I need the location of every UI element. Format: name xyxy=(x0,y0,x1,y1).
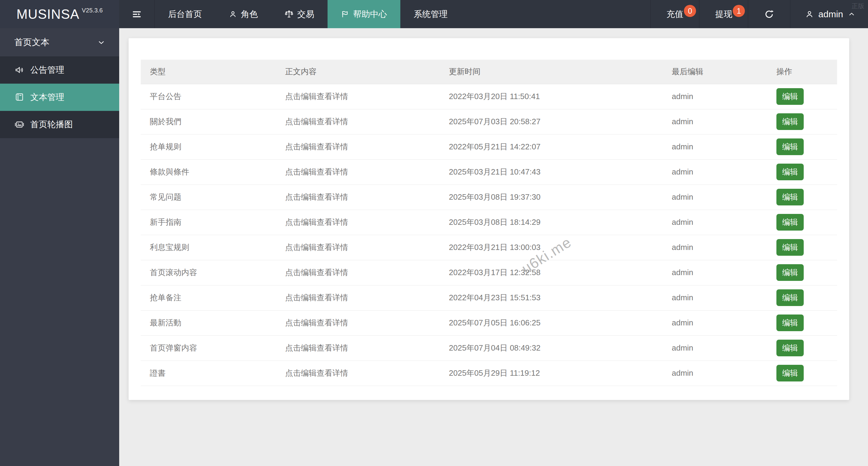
table-row: 抢单备注 点击编辑查看详情 2022年04月23日 15:51:53 admin… xyxy=(141,285,837,310)
sidebar-item-label: 首页轮播图 xyxy=(30,119,73,130)
cell-time: 2022年03月21日 13:00:03 xyxy=(440,235,663,260)
content-card: 类型 正文内容 更新时间 最后编辑 操作 平台公告 点击编辑查看详情 2022年… xyxy=(129,38,849,400)
sidebar-group-label: 首页文本 xyxy=(14,36,50,48)
cell-type: 首页弹窗内容 xyxy=(141,335,276,361)
cell-action: 编辑 xyxy=(767,185,837,210)
nav-item-dashboard[interactable]: 后台首页 xyxy=(155,0,215,28)
nav-item-roles[interactable]: 角色 xyxy=(215,0,271,28)
cell-action: 编辑 xyxy=(767,285,837,310)
cell-action: 编辑 xyxy=(767,109,837,134)
nav-item-label: 系统管理 xyxy=(414,8,448,20)
nav-item-label: 角色 xyxy=(241,8,258,20)
cell-action: 编辑 xyxy=(767,235,837,260)
sidebar-item-announcement[interactable]: 公告管理 xyxy=(0,56,119,84)
edit-button[interactable]: 编辑 xyxy=(776,365,804,381)
nav-item-label: 帮助中心 xyxy=(353,8,387,20)
cell-time: 2025年07月04日 08:49:32 xyxy=(440,335,663,361)
cell-time: 2025年03月21日 10:47:43 xyxy=(440,159,663,185)
refresh-button[interactable] xyxy=(748,0,790,28)
edit-button[interactable]: 编辑 xyxy=(776,113,804,130)
withdraw-button[interactable]: 提现 1 xyxy=(699,0,748,28)
edit-button[interactable]: 编辑 xyxy=(776,88,804,105)
cell-action: 编辑 xyxy=(767,361,837,386)
cell-editor: admin xyxy=(663,335,767,361)
carousel-icon xyxy=(14,120,24,129)
sidebar-item-text-manage[interactable]: 文本管理 xyxy=(0,84,119,111)
cell-time: 2022年04月23日 15:51:53 xyxy=(440,285,663,310)
edit-button[interactable]: 编辑 xyxy=(776,138,804,155)
nav-item-help-center[interactable]: 帮助中心 xyxy=(328,0,400,28)
text-manage-table: 类型 正文内容 更新时间 最后编辑 操作 平台公告 点击编辑查看详情 2022年… xyxy=(141,60,837,386)
refresh-icon xyxy=(764,9,774,20)
cell-editor: admin xyxy=(663,235,767,260)
nav-item-system[interactable]: 系统管理 xyxy=(400,0,461,28)
cell-content: 点击编辑查看详情 xyxy=(276,159,440,185)
main-content: 类型 正文内容 更新时间 最后编辑 操作 平台公告 点击编辑查看详情 2022年… xyxy=(119,28,868,466)
cell-type: 首页滚动内容 xyxy=(141,260,276,285)
cell-editor: admin xyxy=(663,260,767,285)
column-header-editor: 最后编辑 xyxy=(663,60,767,84)
cell-editor: admin xyxy=(663,134,767,159)
cell-action: 编辑 xyxy=(767,260,837,285)
cell-editor: admin xyxy=(663,109,767,134)
username: admin xyxy=(818,9,843,20)
header-spacer xyxy=(461,0,650,28)
edit-button[interactable]: 编辑 xyxy=(776,214,804,231)
sidebar-collapse-button[interactable] xyxy=(119,0,155,28)
recharge-label: 充值 xyxy=(666,8,683,20)
cell-type: 抢单备注 xyxy=(141,285,276,310)
edit-button[interactable]: 编辑 xyxy=(776,239,804,256)
edit-button[interactable]: 编辑 xyxy=(776,289,804,306)
cell-editor: admin xyxy=(663,285,767,310)
sidebar-group-home-text[interactable]: 首页文本 xyxy=(0,28,119,56)
table-row: 首页滚动内容 点击编辑查看详情 2022年03月17日 12:32:58 adm… xyxy=(141,260,837,285)
cell-content: 点击编辑查看详情 xyxy=(276,185,440,210)
nav-item-label: 后台首页 xyxy=(168,8,202,20)
cell-time: 2025年07月05日 16:06:25 xyxy=(440,310,663,335)
cell-content: 点击编辑查看详情 xyxy=(276,84,440,109)
cell-time: 2025年07月03日 20:58:27 xyxy=(440,109,663,134)
speaker-icon xyxy=(14,65,24,75)
cell-time: 2022年05月21日 14:22:07 xyxy=(440,134,663,159)
column-header-content: 正文内容 xyxy=(276,60,440,84)
edit-button[interactable]: 编辑 xyxy=(776,340,804,356)
column-header-type: 类型 xyxy=(141,60,276,84)
cell-content: 点击编辑查看详情 xyxy=(276,285,440,310)
cell-content: 点击编辑查看详情 xyxy=(276,260,440,285)
cell-type: 抢单规则 xyxy=(141,134,276,159)
recharge-button[interactable]: 充值 0 xyxy=(650,0,699,28)
cell-editor: admin xyxy=(663,361,767,386)
cell-type: 平台公告 xyxy=(141,84,276,109)
cell-action: 编辑 xyxy=(767,134,837,159)
sidebar-item-carousel[interactable]: 首页轮播图 xyxy=(0,111,119,138)
edit-button[interactable]: 编辑 xyxy=(776,164,804,180)
cell-action: 编辑 xyxy=(767,210,837,235)
withdraw-badge: 1 xyxy=(733,5,745,17)
nav-item-trade[interactable]: 交易 xyxy=(271,0,328,28)
cell-type: 條款與條件 xyxy=(141,159,276,185)
edit-button[interactable]: 编辑 xyxy=(776,314,804,331)
table-row: 平台公告 点击编辑查看详情 2022年03月20日 11:50:41 admin… xyxy=(141,84,837,109)
sidebar-item-label: 文本管理 xyxy=(30,92,64,103)
edit-button[interactable]: 编辑 xyxy=(776,264,804,281)
cell-type: 最新活動 xyxy=(141,310,276,335)
table-row: 新手指南 点击编辑查看详情 2025年03月08日 18:14:29 admin… xyxy=(141,210,837,235)
cell-time: 2025年05月29日 11:19:12 xyxy=(440,361,663,386)
sidebar-item-label: 公告管理 xyxy=(30,64,64,76)
edit-button[interactable]: 编辑 xyxy=(776,189,804,205)
column-header-time: 更新时间 xyxy=(440,60,663,84)
logo-version: V25.3.6 xyxy=(82,7,103,14)
cell-time: 2022年03月20日 11:50:41 xyxy=(440,84,663,109)
table-row: 證書 点击编辑查看详情 2025年05月29日 11:19:12 admin 编… xyxy=(141,361,837,386)
person-icon xyxy=(805,10,814,19)
chevron-up-icon xyxy=(847,10,856,19)
menu-collapse-icon xyxy=(132,9,142,20)
cell-action: 编辑 xyxy=(767,159,837,185)
cell-content: 点击编辑查看详情 xyxy=(276,210,440,235)
logo[interactable]: MUSINSA V25.3.6 xyxy=(0,0,119,28)
cell-type: 新手指南 xyxy=(141,210,276,235)
cell-content: 点击编辑查看详情 xyxy=(276,235,440,260)
user-menu[interactable]: admin xyxy=(790,0,868,28)
column-header-action: 操作 xyxy=(767,60,837,84)
book-icon xyxy=(14,92,24,102)
